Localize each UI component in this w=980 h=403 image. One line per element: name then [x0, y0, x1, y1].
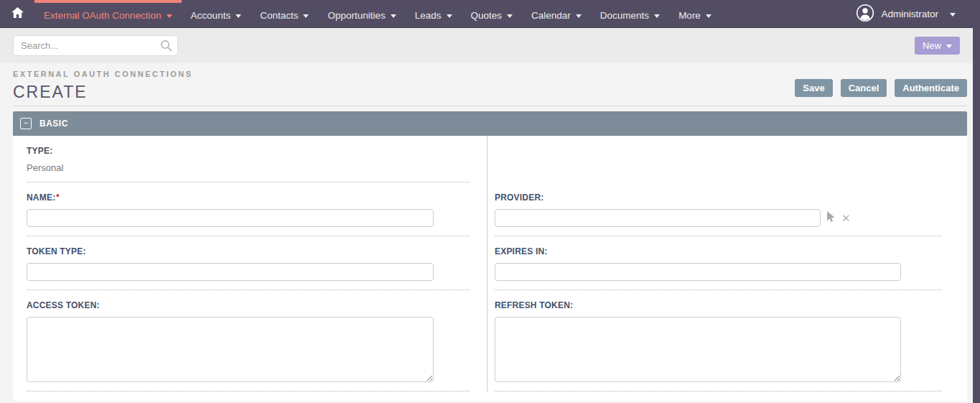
form-row-type: TYPE: Personal — [13, 136, 967, 182]
nav-item-documents[interactable]: Documents — [591, 0, 669, 27]
chevron-down-icon — [706, 14, 711, 18]
breadcrumb-module-title: EXTERNAL OAUTH CONNECTIONS — [13, 70, 193, 78]
nav-item-external-oauth-connection[interactable]: External OAuth Connection — [34, 0, 182, 27]
nav-item-contacts[interactable]: Contacts — [251, 0, 318, 27]
header-actions: Save Cancel Authenticate — [795, 79, 967, 102]
chevron-down-icon — [235, 14, 241, 18]
nav-item-label: Leads — [415, 10, 442, 21]
nav-item-label: Quotes — [471, 10, 503, 21]
form-row-tokentype-expires: TOKEN TYPE: EXPIRES IN: — [13, 236, 967, 290]
new-button[interactable]: New — [915, 37, 960, 55]
chevron-down-icon — [167, 14, 172, 18]
nav-item-label: Calendar — [531, 10, 571, 21]
access-token-label: ACCESS TOKEN: — [27, 300, 470, 310]
nav-item-accounts[interactable]: Accounts — [182, 0, 251, 27]
refresh-token-field-cell: REFRESH TOKEN: — [487, 290, 960, 392]
search-box — [13, 35, 178, 56]
page-titles: EXTERNAL OAUTH CONNECTIONS CREATE — [13, 70, 193, 102]
chevron-down-icon — [654, 14, 660, 18]
nav-item-label: More — [678, 10, 701, 21]
nav-item-label: Opportunities — [327, 10, 385, 21]
search-toolbar: New — [0, 27, 980, 63]
name-field-cell: NAME:* — [13, 182, 487, 236]
refresh-token-label: REFRESH TOKEN: — [495, 300, 942, 310]
collapse-panel-icon[interactable]: − — [20, 118, 32, 129]
nav-item-leads[interactable]: Leads — [406, 0, 462, 27]
page-header: EXTERNAL OAUTH CONNECTIONS CREATE Save C… — [13, 63, 967, 102]
name-input[interactable] — [27, 209, 434, 227]
nav-item-calendar[interactable]: Calendar — [522, 0, 591, 27]
home-nav-button[interactable] — [0, 0, 34, 27]
provider-label: PROVIDER: — [495, 193, 942, 203]
chevron-down-icon — [946, 45, 952, 48]
provider-relate-icons: ✕ — [826, 211, 851, 226]
nav-item-quotes[interactable]: Quotes — [462, 0, 523, 27]
nav-item-label: External OAuth Connection — [44, 10, 162, 21]
home-icon — [11, 7, 24, 21]
basic-panel-body: TYPE: Personal NAME:* — [13, 136, 967, 401]
chevron-down-icon — [303, 14, 309, 18]
access-token-field-cell: ACCESS TOKEN: — [13, 290, 487, 392]
clear-provider-icon[interactable]: ✕ — [841, 213, 851, 223]
chevron-down-icon — [391, 14, 396, 18]
name-label: NAME:* — [27, 193, 470, 203]
chevron-down-icon — [507, 14, 513, 18]
basic-panel-header[interactable]: − BASIC — [13, 111, 967, 136]
page-title: CREATE — [13, 83, 193, 102]
token-type-label: TOKEN TYPE: — [27, 246, 470, 256]
chevron-down-icon — [950, 13, 956, 17]
type-value: Personal — [27, 162, 470, 173]
nav-item-opportunities[interactable]: Opportunities — [318, 0, 405, 27]
chevron-down-icon — [576, 14, 582, 18]
token-type-input[interactable] — [27, 263, 434, 281]
refresh-token-textarea[interactable] — [495, 317, 901, 382]
nav-item-label: Accounts — [191, 10, 231, 21]
provider-input[interactable] — [495, 209, 821, 227]
save-button[interactable]: Save — [795, 79, 832, 97]
select-record-icon[interactable] — [826, 211, 836, 226]
avatar-icon — [856, 4, 874, 24]
expires-in-input[interactable] — [495, 263, 901, 281]
cancel-button[interactable]: Cancel — [841, 79, 887, 97]
panel-title: BASIC — [39, 119, 68, 129]
nav-item-more[interactable]: More — [669, 0, 721, 27]
user-name: Administrator — [881, 9, 938, 19]
authenticate-button[interactable]: Authenticate — [895, 79, 967, 97]
page-content: EXTERNAL OAUTH CONNECTIONS CREATE Save C… — [0, 63, 980, 401]
nav-item-label: Documents — [600, 10, 649, 21]
basic-panel: − BASIC TYPE: Personal — [13, 111, 967, 401]
header-divider — [13, 106, 967, 106]
new-button-label: New — [923, 40, 941, 51]
chevron-down-icon — [447, 14, 452, 18]
search-input[interactable] — [13, 35, 178, 56]
form-row-tokens: ACCESS TOKEN: REFRESH TOKEN: — [13, 290, 967, 392]
scrollbar-track[interactable] — [973, 0, 980, 403]
user-menu[interactable]: Administrator — [856, 0, 960, 27]
token-type-field-cell: TOKEN TYPE: — [13, 236, 487, 290]
nav-spacer — [721, 0, 857, 27]
nav-item-label: Contacts — [260, 10, 298, 21]
type-label: TYPE: — [27, 146, 470, 156]
access-token-textarea[interactable] — [27, 317, 434, 382]
form-row-name-provider: NAME:* PROVIDER: — [13, 182, 967, 236]
expires-in-field-cell: EXPIRES IN: — [487, 236, 960, 290]
empty-cell — [487, 136, 960, 182]
provider-field-cell: PROVIDER: ✕ — [487, 182, 960, 236]
required-asterisk: * — [56, 193, 59, 201]
top-navbar: External OAuth Connection Accounts Conta… — [0, 0, 980, 27]
type-field-cell: TYPE: Personal — [13, 136, 487, 182]
expires-in-label: EXPIRES IN: — [495, 246, 942, 256]
